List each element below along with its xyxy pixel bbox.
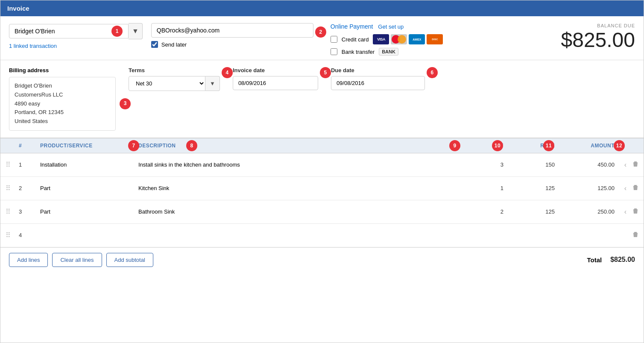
- th-product: PRODUCT/SERVICE 7: [37, 138, 135, 153]
- total-label: Total: [587, 256, 602, 264]
- form-fields: Terms 4 Net 30 Net 15 Due on receipt ▼ I…: [129, 67, 425, 131]
- row-product-1[interactable]: [37, 158, 135, 171]
- line-items-section: # PRODUCT/SERVICE 7 DESCRIPTION 8 9 QTY …: [0, 138, 644, 247]
- invoice-date-input[interactable]: 08/09/2016: [233, 76, 318, 90]
- row-product-4[interactable]: [37, 229, 135, 242]
- drag-handle-4[interactable]: ⠿: [0, 228, 15, 243]
- customer-row: Bridget O'Brien 1 ▼: [9, 23, 143, 39]
- th-desc: DESCRIPTION 8: [135, 138, 464, 153]
- invoice-date-field: Invoice date 5 08/09/2016: [233, 67, 318, 90]
- row-rate-1[interactable]: 150: [507, 158, 558, 171]
- terms-select[interactable]: Net 30 Net 15 Due on receipt: [129, 76, 205, 91]
- row-qty-1[interactable]: 3: [464, 158, 507, 171]
- row-delete-btn-4[interactable]: [631, 229, 640, 241]
- row-delete-btn-2[interactable]: [631, 182, 640, 194]
- badge-5: 5: [320, 67, 331, 78]
- add-subtotal-button[interactable]: Add subtotal: [106, 253, 153, 267]
- drag-handle-3[interactable]: ⠿: [0, 204, 15, 219]
- row-product-3[interactable]: [37, 205, 135, 218]
- row-num-2: 2: [15, 182, 37, 195]
- amex-icon: AMEX: [409, 34, 425, 44]
- customer-spinner[interactable]: ▼: [129, 23, 143, 39]
- clear-all-lines-button[interactable]: Clear all lines: [52, 253, 102, 267]
- terms-field: Terms 4 Net 30 Net 15 Due on receipt ▼: [129, 67, 220, 91]
- linked-transaction[interactable]: 1 linked transaction: [9, 43, 143, 49]
- desc-input-1[interactable]: [138, 161, 461, 168]
- row-desc-2[interactable]: [135, 182, 464, 195]
- form-section: Billing address Bridget O'BrienCustomers…: [0, 60, 644, 138]
- product-input-4[interactable]: [40, 232, 132, 238]
- row-actions-2: ‹: [618, 182, 644, 194]
- product-input-1[interactable]: [40, 161, 132, 168]
- th-rate: 10 RATE: [507, 138, 558, 153]
- terms-label: Terms: [129, 67, 220, 73]
- card-icons: VISA AMEX DISC: [373, 34, 443, 44]
- row-desc-3[interactable]: [135, 205, 464, 218]
- customer-input[interactable]: Bridget O'Brien: [9, 24, 129, 38]
- row-amount-1: 450.00: [558, 158, 618, 171]
- balance-due-amount: $825.00: [561, 28, 635, 52]
- row-delete-btn-3[interactable]: [631, 206, 640, 218]
- row-actions-4: [618, 229, 644, 241]
- credit-card-option: Credit card VISA AMEX DISC: [331, 34, 540, 44]
- address-line-1: Bridget O'BrienCustomersRus LLC4890 easy…: [15, 82, 64, 124]
- bank-transfer-label: Bank transfer: [342, 49, 375, 55]
- row-qty-2[interactable]: 1: [464, 182, 507, 195]
- th-actions: 12: [618, 138, 644, 153]
- online-payment-section: Online Payment Get set up Credit card VI…: [322, 23, 540, 56]
- payment-options: Credit card VISA AMEX DISC Bank tr: [331, 34, 540, 56]
- row-desc-1[interactable]: [135, 158, 464, 171]
- table-row: ⠿ 3 2 125 250.00 ‹: [0, 200, 644, 224]
- invoice-window: Invoice Bridget O'Brien 1 ▼ 1 linked tra…: [0, 0, 644, 343]
- row-delete-btn-1[interactable]: [631, 159, 640, 171]
- drag-handle-1[interactable]: ⠿: [0, 157, 15, 172]
- title-bar: Invoice: [0, 0, 644, 16]
- row-detail-btn-3[interactable]: ‹: [623, 206, 628, 217]
- row-rate-3[interactable]: 125: [507, 205, 558, 218]
- th-amount: 11 AMOUNT: [558, 138, 618, 153]
- row-num-1: 1: [15, 158, 37, 171]
- row-qty-3[interactable]: 2: [464, 205, 507, 218]
- get-set-up-link[interactable]: Get set up: [378, 23, 404, 30]
- footer-right: Total $825.00: [587, 256, 635, 264]
- desc-input-3[interactable]: [138, 208, 461, 215]
- send-later-row: Send later: [151, 41, 313, 48]
- add-lines-button[interactable]: Add lines: [9, 253, 48, 267]
- row-amount-2: 125.00: [558, 182, 618, 195]
- credit-card-label: Credit card: [342, 36, 369, 43]
- send-later-checkbox[interactable]: [151, 41, 158, 48]
- bank-transfer-checkbox[interactable]: [331, 48, 337, 55]
- row-rate-2[interactable]: 125: [507, 182, 558, 195]
- row-detail-btn-1[interactable]: ‹: [623, 159, 628, 170]
- row-qty-4[interactable]: [464, 232, 507, 239]
- visa-icon: VISA: [373, 34, 389, 44]
- due-date-input[interactable]: 09/08/2016: [331, 76, 425, 90]
- table-header: # PRODUCT/SERVICE 7 DESCRIPTION 8 9 QTY …: [0, 138, 644, 153]
- footer-actions: Add lines Clear all lines Add subtotal T…: [0, 247, 644, 272]
- row-amount-4: [558, 232, 618, 239]
- row-num-3: 3: [15, 205, 37, 218]
- credit-card-checkbox[interactable]: [331, 36, 337, 43]
- billing-address-label: Billing address: [9, 67, 116, 73]
- invoice-date-label: Invoice date: [233, 67, 318, 73]
- billing-address-box[interactable]: Bridget O'BrienCustomersRus LLC4890 easy…: [9, 77, 116, 131]
- row-actions-3: ‹: [618, 206, 644, 218]
- row-num-4: 4: [15, 229, 37, 242]
- badge-6: 6: [427, 67, 438, 78]
- row-rate-4[interactable]: [507, 232, 558, 239]
- table-row-empty: ⠿ 4: [0, 224, 644, 247]
- desc-input-2[interactable]: [138, 185, 461, 191]
- drag-handle-2[interactable]: ⠿: [0, 181, 15, 196]
- table-row: ⠿ 2 1 125 125.00 ‹: [0, 177, 644, 200]
- row-actions-1: ‹: [618, 159, 644, 171]
- discover-icon: DISC: [427, 34, 443, 44]
- row-detail-btn-2[interactable]: ‹: [623, 183, 628, 194]
- terms-select-arrow[interactable]: ▼: [205, 76, 220, 91]
- row-desc-4[interactable]: [135, 232, 464, 239]
- product-input-3[interactable]: [40, 208, 132, 215]
- bank-badge: BANK: [379, 48, 398, 56]
- title-label: Invoice: [7, 5, 29, 12]
- email-input[interactable]: QBOrocks@yahoo.com: [151, 23, 313, 38]
- row-product-2[interactable]: [37, 182, 135, 195]
- product-input-2[interactable]: [40, 185, 132, 191]
